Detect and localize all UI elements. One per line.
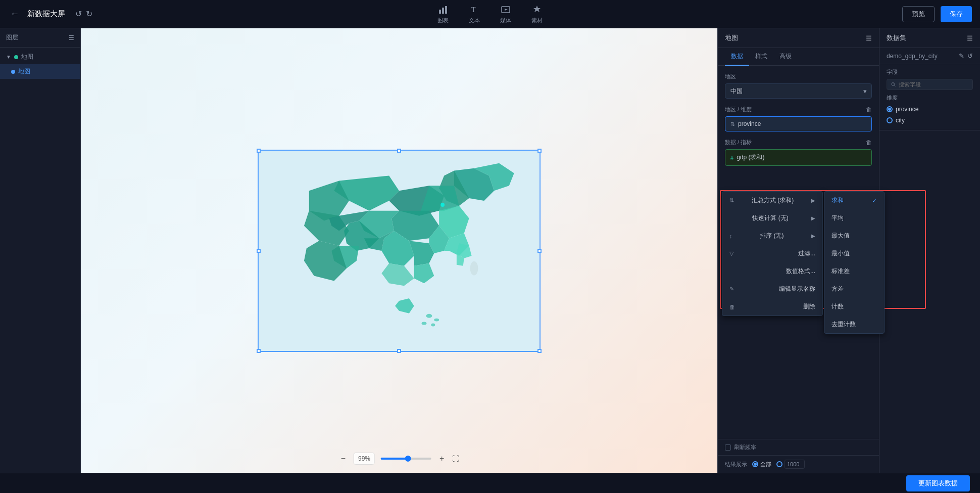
submenu-item-min[interactable]: 最小值 bbox=[824, 245, 884, 262]
search-field-input[interactable] bbox=[899, 81, 968, 87]
region-dim-delete-icon[interactable]: 🗑 bbox=[866, 106, 872, 113]
menu-item-format[interactable]: · 数值格式... bbox=[722, 262, 822, 280]
redo-button[interactable]: ↻ bbox=[86, 9, 92, 19]
zoom-value: 99% bbox=[354, 453, 375, 465]
results-count-radio[interactable] bbox=[776, 461, 782, 467]
sort-icon: ⇅ bbox=[730, 121, 735, 127]
region-field-tag[interactable]: ⇅ province bbox=[725, 116, 872, 131]
menu-item-filter[interactable]: ▽ 过滤... bbox=[722, 245, 822, 262]
zoom-out-button[interactable]: − bbox=[339, 453, 348, 464]
region-dim-group: 地区 / 维度 🗑 ⇅ province bbox=[725, 106, 872, 131]
metric-delete-icon[interactable]: 🗑 bbox=[866, 139, 872, 146]
submenu-distinct-label: 去重计数 bbox=[831, 320, 856, 329]
resize-handle-br[interactable] bbox=[537, 349, 542, 353]
svg-point-34 bbox=[431, 323, 435, 326]
sort-icon-2: ↕ bbox=[729, 233, 732, 239]
results-count-option[interactable] bbox=[776, 460, 805, 469]
resize-handle-tl[interactable] bbox=[257, 149, 261, 153]
refresh-source-button[interactable]: ↺ bbox=[967, 52, 973, 60]
metric-label: 数据 / 指标 🗑 bbox=[725, 139, 872, 146]
map-panel-menu-icon[interactable]: ☰ bbox=[866, 34, 872, 42]
toolbar-chart[interactable]: 图表 bbox=[437, 4, 449, 24]
toolbar-chart-label: 图表 bbox=[437, 17, 449, 24]
layer-child-name: 地图 bbox=[18, 67, 30, 76]
zoom-dot bbox=[405, 456, 411, 462]
data-panel-menu-icon[interactable]: ☰ bbox=[967, 34, 973, 42]
canvas-area[interactable]: − 99% + ⛶ bbox=[81, 28, 717, 473]
resize-handle-tr[interactable] bbox=[537, 149, 542, 153]
chevron-right-icon: ▶ bbox=[811, 198, 815, 203]
resize-handle-mr[interactable] bbox=[537, 249, 542, 253]
resize-handle-tc[interactable] bbox=[397, 149, 401, 153]
svg-rect-0 bbox=[439, 10, 441, 14]
layer-item-map-group[interactable]: ▼ 地图 bbox=[0, 50, 80, 64]
update-chart-button[interactable]: 更新图表数据 bbox=[906, 475, 970, 491]
menu-item-delete-label: 删除 bbox=[803, 302, 815, 311]
submenu-item-distinct[interactable]: 去重计数 bbox=[824, 316, 884, 333]
resize-handle-ml[interactable] bbox=[257, 249, 261, 253]
tab-style[interactable]: 样式 bbox=[749, 48, 773, 66]
layer-item-map-child[interactable]: 地图 bbox=[0, 64, 80, 79]
layers-menu-icon[interactable]: ☰ bbox=[69, 34, 74, 41]
map-container[interactable] bbox=[258, 150, 541, 352]
toolbar-material[interactable]: 素材 bbox=[531, 4, 543, 24]
submenu-item-sum[interactable]: 求和 ✓ bbox=[824, 192, 884, 209]
main-area: 图层 ☰ ▼ 地图 地图 bbox=[0, 28, 980, 473]
submenu-item-var[interactable]: 方差 bbox=[824, 280, 884, 298]
refresh-label: 刷新频率 bbox=[734, 443, 756, 451]
svg-text:T: T bbox=[471, 6, 476, 14]
toolbar-media[interactable]: 媒体 bbox=[500, 4, 511, 24]
submenu-item-std[interactable]: 标准差 bbox=[824, 262, 884, 280]
menu-item-quick-calc[interactable]: 快速计算 (无) ▶ bbox=[722, 209, 822, 227]
metric-group: 数据 / 指标 🗑 # gdp (求和) bbox=[725, 139, 872, 166]
menu-item-aggregation[interactable]: ⇅ 汇总方式 (求和) ▶ bbox=[722, 192, 822, 209]
toolbar-text[interactable]: T 文本 bbox=[469, 4, 480, 24]
edit-source-button[interactable]: ✎ bbox=[959, 52, 964, 60]
map-panel-header: 地图 ☰ bbox=[718, 28, 879, 48]
menu-item-sort[interactable]: ↕ 排序 (无) ▶ bbox=[722, 227, 822, 245]
dim-radio-city[interactable] bbox=[887, 117, 893, 123]
save-button[interactable]: 保存 bbox=[941, 6, 972, 22]
menu-item-delete[interactable]: 🗑 删除 bbox=[722, 298, 822, 316]
aggregation-icon: ⇅ bbox=[729, 197, 734, 204]
top-bar-actions: 预览 保存 bbox=[902, 6, 972, 22]
resize-handle-bl[interactable] bbox=[257, 349, 261, 353]
dim-item-province[interactable]: province bbox=[887, 104, 973, 115]
tab-advanced[interactable]: 高级 bbox=[773, 48, 798, 66]
zoom-in-button[interactable]: + bbox=[437, 453, 446, 464]
svg-point-33 bbox=[434, 318, 439, 321]
canvas-controls: − 99% + ⛶ bbox=[339, 453, 460, 465]
data-source-row: demo_gdp_by_city ✎ ↺ bbox=[879, 48, 980, 64]
submenu-item-count[interactable]: 计数 bbox=[824, 298, 884, 316]
resize-handle-bc[interactable] bbox=[397, 349, 401, 353]
metric-tag[interactable]: # gdp (求和) bbox=[725, 149, 872, 166]
zoom-slider[interactable] bbox=[381, 458, 431, 460]
tab-data[interactable]: 数据 bbox=[725, 48, 749, 66]
undo-button[interactable]: ↺ bbox=[75, 9, 82, 19]
fields-section: 字段 维度 province city bbox=[879, 64, 980, 130]
map-config-panel: 地图 ☰ 数据 样式 高级 地区 中国 ▾ 地区 / 维度 bbox=[717, 28, 879, 473]
submenu-item-max[interactable]: 最大值 bbox=[824, 227, 884, 245]
preview-button[interactable]: 预览 bbox=[902, 6, 935, 22]
svg-rect-2 bbox=[445, 6, 447, 14]
media-icon bbox=[500, 4, 511, 15]
results-count-input[interactable] bbox=[785, 460, 805, 469]
trash-icon-2: 🗑 bbox=[729, 304, 735, 310]
region-select[interactable]: 中国 bbox=[725, 83, 872, 99]
fullscreen-button[interactable]: ⛶ bbox=[452, 455, 459, 463]
submenu-item-avg[interactable]: 平均 bbox=[824, 209, 884, 227]
svg-point-35 bbox=[422, 322, 427, 325]
aggregation-submenu: 求和 ✓ 平均 最大值 最小值 标准差 方差 计数 去重计数 bbox=[824, 191, 885, 334]
dim-radio-province[interactable] bbox=[887, 106, 893, 112]
results-all-radio[interactable] bbox=[752, 461, 758, 467]
layer-group-name: 地图 bbox=[21, 53, 33, 61]
region-group: 地区 中国 ▾ bbox=[725, 73, 872, 99]
back-button[interactable]: ← bbox=[8, 7, 21, 21]
refresh-checkbox[interactable] bbox=[725, 444, 731, 451]
dim-item-city[interactable]: city bbox=[887, 115, 973, 126]
dim-label: 维度 bbox=[887, 94, 973, 102]
menu-item-edit-name[interactable]: ✎ 编辑显示名称 bbox=[722, 280, 822, 298]
region-label: 地区 bbox=[725, 73, 872, 80]
data-source-name[interactable]: demo_gdp_by_city bbox=[887, 53, 956, 60]
results-all-option[interactable]: 全部 bbox=[752, 461, 771, 468]
